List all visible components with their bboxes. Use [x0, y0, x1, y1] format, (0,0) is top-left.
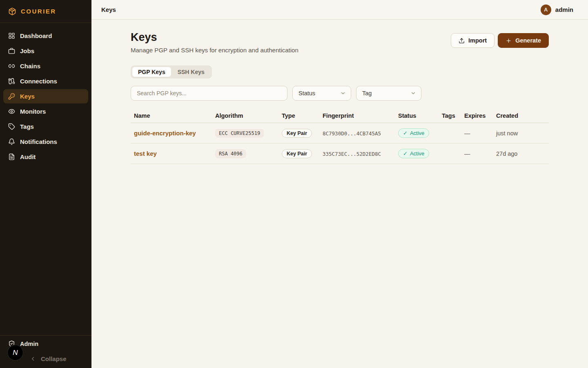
tab-pgp-keys[interactable]: PGP Keys [132, 67, 171, 77]
page-header: Keys Manage PGP and SSH keys for encrypt… [131, 32, 549, 54]
chevron-down-icon [340, 90, 346, 96]
app-root: COURIER Dashboard Jobs Chains [0, 0, 588, 368]
generate-label: Generate [515, 37, 541, 44]
tag-filter[interactable]: Tag [356, 86, 421, 101]
sidebar-item-notifications[interactable]: Notifications [3, 135, 88, 149]
filters-bar: Status Tag [131, 86, 549, 101]
bell-icon [8, 138, 15, 145]
import-label: Import [468, 37, 487, 44]
avatar: A [541, 4, 551, 15]
breadcrumb: Keys [101, 6, 116, 13]
table-header-row: Name Algorithm Type Fingerprint Status T… [131, 109, 549, 123]
key-name-link[interactable]: guide-encryption-key [134, 130, 196, 137]
sidebar-item-label: Dashboard [20, 32, 52, 39]
collapse-label: Collapse [41, 355, 67, 362]
plus-icon [506, 38, 512, 44]
tag-icon [8, 123, 15, 130]
algorithm-badge: ECC CURVE25519 [215, 129, 264, 138]
sidebar-item-label: Connections [20, 78, 57, 85]
page-actions: Import Generate [451, 33, 549, 48]
content: Keys Manage PGP and SSH keys for encrypt… [91, 20, 588, 164]
sidebar-item-connections[interactable]: Connections [3, 74, 88, 88]
key-type-badge: Key Pair [282, 149, 312, 158]
dashboard-grid-icon [8, 32, 15, 39]
column-header-fingerprint: Fingerprint [319, 112, 395, 119]
column-header-status: Status [395, 112, 439, 119]
chevron-left-icon [30, 356, 36, 362]
sidebar-item-label: Monitors [20, 108, 46, 115]
sidebar-item-monitors[interactable]: Monitors [3, 104, 88, 119]
main-area: Keys A admin Keys Manage PGP and SSH key… [91, 0, 588, 368]
file-text-icon [8, 153, 15, 160]
tag-filter-label: Tag [362, 90, 372, 96]
role-label: Admin [20, 341, 38, 347]
column-header-expires: Expires [461, 112, 493, 119]
fingerprint-value: 335C73EC...52D2ED8C [323, 151, 381, 157]
check-icon: ✓ [403, 150, 408, 157]
status-badge: ✓ Active [398, 149, 429, 158]
sidebar-item-label: Notifications [20, 138, 57, 145]
sidebar: COURIER Dashboard Jobs Chains [0, 0, 91, 368]
created-cell: just now [493, 130, 549, 137]
status-badge: ✓ Active [398, 128, 429, 138]
generate-button[interactable]: Generate [498, 33, 549, 48]
dev-badge-letter: N [13, 349, 18, 357]
avatar-initial: A [544, 7, 548, 13]
brand: COURIER [0, 0, 91, 23]
key-icon [8, 93, 15, 100]
sidebar-item-label: Tags [20, 123, 34, 130]
eye-icon [8, 108, 15, 115]
sidebar-item-label: Jobs [20, 47, 34, 54]
key-type-tabs: PGP Keys SSH Keys [131, 65, 212, 79]
topbar: Keys A admin [91, 0, 588, 20]
tab-ssh-keys[interactable]: SSH Keys [172, 67, 210, 77]
created-cell: 27d ago [493, 150, 549, 157]
dev-tools-badge[interactable]: N [8, 345, 23, 360]
chevron-down-icon [410, 90, 416, 96]
link-icon [8, 63, 15, 70]
brand-name: COURIER [21, 8, 56, 15]
table-row: guide-encryption-key ECC CURVE25519 Key … [131, 123, 549, 144]
column-header-tags: Tags [439, 112, 461, 119]
search-input[interactable] [131, 86, 287, 101]
status-filter[interactable]: Status [292, 86, 351, 101]
cable-icon [8, 78, 15, 85]
sidebar-item-keys[interactable]: Keys [3, 89, 88, 103]
fingerprint-value: 8C7930D0...4CB745A5 [323, 130, 381, 137]
check-icon: ✓ [403, 130, 408, 136]
status-filter-label: Status [298, 90, 315, 96]
algorithm-badge: RSA 4096 [215, 149, 246, 158]
sidebar-item-label: Chains [20, 63, 40, 70]
column-header-name: Name [131, 112, 212, 119]
sidebar-item-label: Keys [20, 93, 35, 100]
keys-table: Name Algorithm Type Fingerprint Status T… [131, 109, 549, 164]
column-header-algorithm: Algorithm [212, 112, 278, 119]
sidebar-item-tags[interactable]: Tags [3, 119, 88, 134]
expires-cell: — [461, 150, 493, 157]
table-row: test key RSA 4096 Key Pair 335C73EC...52… [131, 144, 549, 164]
briefcase-icon [8, 47, 15, 54]
import-button[interactable]: Import [451, 33, 494, 48]
expires-cell: — [461, 130, 493, 137]
upload-icon [459, 38, 465, 44]
sidebar-footer: Admin Collapse N [0, 335, 91, 368]
sidebar-item-audit[interactable]: Audit [3, 150, 88, 164]
key-type-badge: Key Pair [282, 129, 312, 138]
sidebar-nav: Dashboard Jobs Chains Connections [0, 23, 91, 170]
key-name-link[interactable]: test key [134, 150, 157, 157]
user-menu[interactable]: A admin [541, 4, 573, 15]
sidebar-item-dashboard[interactable]: Dashboard [3, 29, 88, 43]
sidebar-item-jobs[interactable]: Jobs [3, 44, 88, 58]
sidebar-item-chains[interactable]: Chains [3, 59, 88, 73]
status-label: Active [410, 150, 424, 157]
page-title: Keys [131, 32, 298, 43]
status-label: Active [410, 130, 424, 136]
collapse-button[interactable]: Collapse [30, 355, 83, 362]
column-header-created: Created [493, 112, 549, 119]
column-header-type: Type [278, 112, 319, 119]
sidebar-item-label: Audit [20, 153, 36, 160]
user-name: admin [555, 6, 573, 13]
package-icon [8, 7, 16, 16]
page-subtitle: Manage PGP and SSH keys for encryption a… [131, 47, 298, 54]
